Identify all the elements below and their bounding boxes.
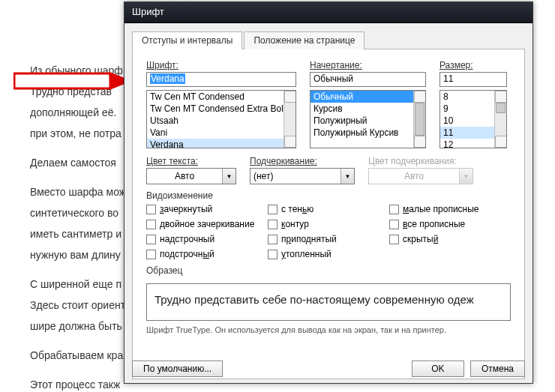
tab-position[interactable]: Положение на странице [244,31,364,49]
chk-engrave[interactable]: утопленный [268,249,389,259]
truetype-hint: Шрифт TrueType. Он используется для выво… [146,325,511,334]
chk-smallcaps[interactable]: малые прописные [389,204,511,214]
font-label: Шрифт: [146,60,296,70]
style-input[interactable]: Обычный [310,72,426,87]
chevron-down-icon: ▼ [459,169,472,184]
effects-label: Видоизменение [146,190,511,201]
style-listbox[interactable]: Обычный Курсив Полужирный Полужирный Кур… [310,90,426,148]
chk-double-strike[interactable]: двойное зачеркивание [146,219,268,229]
color-label: Цвет текста: [146,156,236,166]
style-label: Начертание: [310,60,426,70]
underline-color-combo: Авто▼ [368,168,473,184]
underline-combo[interactable]: (нет)▼ [250,168,355,184]
chk-shadow[interactable]: с тенью [268,204,389,214]
dialog-titlebar[interactable]: Шрифт [124,2,532,23]
color-combo[interactable]: Авто▼ [146,168,236,184]
font-dialog: Шрифт Отступы и интервалы Положение на с… [124,1,533,384]
font-input[interactable]: Verdana [146,72,296,87]
size-input[interactable]: 11 [440,72,507,87]
chk-superscript[interactable]: надстрочный [146,234,268,244]
chk-outline[interactable]: контур [268,219,389,229]
style-scrollbar[interactable]: ▲ ▼ [413,91,425,148]
default-button[interactable]: По умолчанию... [132,361,223,377]
chk-text: ачеркнутый [164,204,213,214]
cancel-button[interactable]: Отмена [470,361,525,377]
chk-strikethrough[interactable]: зачеркнутый [146,204,268,214]
ok-button[interactable]: OK [412,361,464,377]
underline-label: Подчеркивание: [250,156,355,166]
sample-box: Трудно представить себе по-настоящему со… [146,283,511,321]
chevron-down-icon: ▼ [222,169,236,184]
sample-label: Образец [146,265,511,276]
size-scrollbar[interactable]: ▲ ▼ [494,91,506,148]
chk-allcaps[interactable]: все прописные [389,219,511,229]
font-scrollbar[interactable]: ▲ ▼ [284,91,296,148]
font-listbox[interactable]: Tw Cen MT Condensed Tw Cen MT Condensed … [146,90,296,148]
tab-indents[interactable]: Отступы и интервалы [132,31,242,49]
underline-color-label: Цвет подчеркивания: [368,156,473,166]
chk-emboss[interactable]: приподнятый [268,234,389,244]
chevron-down-icon: ▼ [340,169,354,184]
size-listbox[interactable]: 8 9 10 11 12 ▲ ▼ [440,90,507,148]
chk-hidden[interactable]: скрытый [389,234,511,244]
size-label: Размер: [440,60,507,70]
chk-subscript[interactable]: подстрочный [146,249,268,259]
tab-strip: Отступы и интервалы Положение на страниц… [132,31,525,49]
